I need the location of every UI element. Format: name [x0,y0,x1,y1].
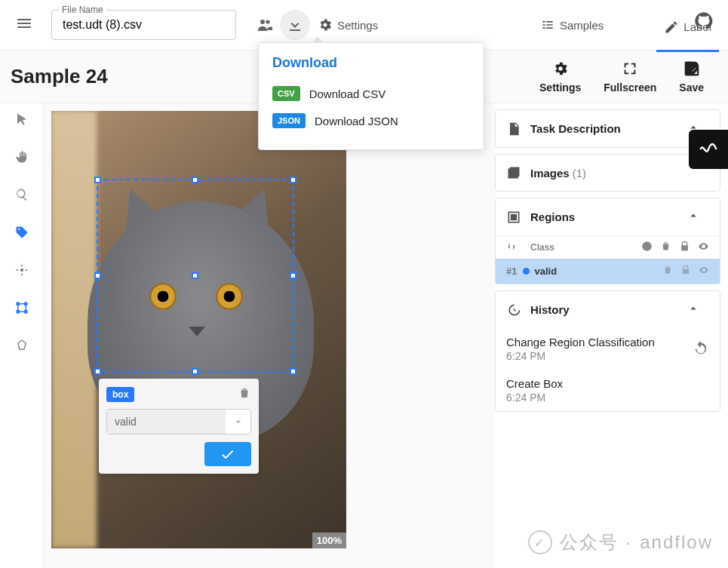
collaborators-icon[interactable] [250,10,280,40]
bounding-box[interactable] [97,179,294,373]
svg-point-0 [260,20,265,24]
settings-label: Settings [337,19,378,32]
resize-handle[interactable] [290,272,296,279]
svg-rect-7 [24,311,26,313]
svg-rect-4 [17,302,19,305]
eye-icon[interactable] [699,265,709,278]
save-action[interactable]: Save [679,60,704,94]
zoom-tool-icon[interactable] [15,188,29,204]
chevron-down-icon [225,410,250,434]
resize-handle[interactable] [94,272,101,279]
settings-button[interactable]: Settings [310,13,386,37]
polygon-tool-icon[interactable] [15,339,29,355]
resize-handle[interactable] [290,177,296,183]
history-item: Change Region Classification 6:24 PM [496,328,720,370]
delete-region-icon[interactable] [238,386,251,403]
confirm-button[interactable] [204,442,251,466]
chevron-up-icon [687,302,709,318]
class-column-header: Class [530,242,554,253]
download-icon[interactable] [280,10,310,40]
box-tool-icon[interactable] [15,301,29,318]
chart-icon[interactable] [641,241,653,254]
side-widget-icon[interactable] [689,130,728,169]
tag-tool-icon[interactable] [15,226,29,242]
task-description-panel[interactable]: Task Description [496,110,720,147]
resize-handle[interactable] [192,177,198,183]
svg-point-2 [20,269,23,272]
resize-handle[interactable] [192,272,198,279]
trash-icon[interactable] [660,241,671,254]
select-tool-icon[interactable] [15,112,29,129]
chevron-up-icon [687,209,709,225]
history-panel[interactable]: History [496,291,720,328]
resize-handle[interactable] [192,368,198,375]
page-title: Sample 24 [11,65,108,88]
resize-handle[interactable] [290,368,296,375]
dropdown-title: Download [259,55,484,80]
history-item: Create Box 6:24 PM [496,370,720,411]
menu-icon[interactable] [9,8,39,41]
lock-icon[interactable] [679,241,690,254]
watermark: ✓ 公众号 · andflow [528,530,713,554]
sort-icon[interactable] [506,241,517,254]
filename-label: File Name [59,5,106,15]
region-type-chip: box [106,387,134,402]
lock-icon[interactable] [680,265,691,278]
svg-rect-5 [24,302,26,305]
svg-point-1 [266,20,269,23]
resize-handle[interactable] [94,368,101,375]
resize-handle[interactable] [94,177,101,183]
github-icon[interactable] [693,11,714,35]
svg-rect-6 [17,311,19,313]
canvas-area[interactable]: box valid 100% [44,103,495,568]
zoom-level: 100% [312,533,346,548]
pan-tool-icon[interactable] [15,150,29,167]
class-select-value: valid [107,410,225,434]
point-tool-icon[interactable] [15,263,29,280]
eye-icon[interactable] [698,241,709,254]
trash-icon[interactable] [662,265,673,278]
images-panel[interactable]: Images (1) [496,155,720,191]
samples-label: Samples [560,19,604,32]
download-dropdown: Download CSV Download CSV JSON Download … [258,42,484,150]
region-editor-popup: box valid [99,379,259,474]
svg-rect-9 [511,214,517,220]
class-select[interactable]: valid [106,409,251,434]
region-color-dot [523,268,530,275]
undo-icon[interactable] [693,339,709,359]
download-csv-item[interactable]: CSV Download CSV [259,80,484,107]
download-json-item[interactable]: JSON Download JSON [259,107,484,134]
region-row[interactable]: #1 valid [496,259,720,284]
settings-action[interactable]: Settings [539,60,581,94]
regions-panel[interactable]: Regions [496,198,720,235]
samples-tab[interactable]: Samples [533,13,611,37]
sample-image[interactable]: box valid 100% [51,111,346,548]
fullscreen-action[interactable]: Fullscreen [604,60,656,94]
